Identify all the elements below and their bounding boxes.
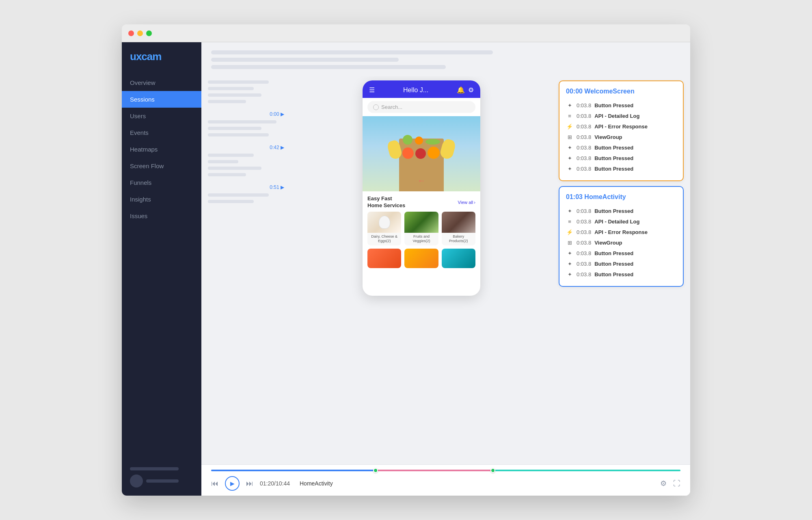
cursor-icon: ✦ bbox=[566, 260, 573, 267]
app-window: uxcam Overview Sessions Users Events Hea… bbox=[122, 24, 690, 496]
content-area: 0:00 ▶ 0:42 ▶ 0:51 ▶ bbox=[201, 42, 690, 496]
product-card-veggies[interactable]: Fruits and Veggies(2) bbox=[404, 212, 438, 245]
product-card-dairy[interactable]: Dairy, Cheese & Eggs(2) bbox=[367, 212, 401, 245]
sk-line bbox=[208, 167, 261, 170]
event-card-home: 01:03 HomeActivity ✦ 0:03.8 Button Press… bbox=[559, 186, 684, 287]
main-layout: uxcam Overview Sessions Users Events Hea… bbox=[122, 42, 690, 496]
event-time: 0:03.8 bbox=[577, 134, 591, 140]
event-label: Button Pressed bbox=[594, 102, 633, 108]
session-block-2 bbox=[208, 120, 284, 136]
product-card-extra-2[interactable] bbox=[404, 249, 438, 268]
event-label: Button Pressed bbox=[594, 250, 633, 256]
phone-header-icons: 🔔 ⚙ bbox=[457, 86, 474, 94]
sk-line bbox=[208, 87, 254, 90]
content-top bbox=[201, 42, 690, 76]
prev-button[interactable]: ⏮ bbox=[211, 479, 218, 488]
sidebar-item-overview[interactable]: Overview bbox=[122, 74, 201, 91]
cursor-icon: ✦ bbox=[566, 207, 573, 214]
maximize-button[interactable] bbox=[146, 30, 152, 36]
skeleton-2 bbox=[211, 58, 399, 62]
event-row: ✦ 0:03.8 Button Pressed bbox=[566, 206, 676, 216]
cursor-icon: ✦ bbox=[566, 249, 573, 257]
phone-search-bar[interactable]: Search... bbox=[367, 101, 475, 113]
right-panel: 00:00 WelcomeScreen ✦ 0:03.8 Button Pres… bbox=[552, 76, 690, 464]
time-marker-3: 0:51 ▶ bbox=[208, 184, 284, 190]
product-grid-1: Dairy, Cheese & Eggs(2) Fruits and Veggi… bbox=[363, 212, 480, 245]
phone-header: ☰ Hello J... 🔔 ⚙ bbox=[363, 80, 480, 98]
event-label: ViewGroup bbox=[594, 240, 622, 246]
sidebar-item-heatmaps[interactable]: Heatmaps bbox=[122, 141, 201, 158]
controls-row: ⏮ ▶ ⏭ 01:20/10:44 HomeActivity ⚙ ⛶ bbox=[211, 476, 680, 491]
sk-line bbox=[208, 120, 276, 124]
event-time: 0:03.8 bbox=[577, 271, 591, 277]
phone-screen-title: Hello J... bbox=[403, 87, 428, 94]
progress-dot-1 bbox=[373, 468, 378, 473]
welcome-screen-title: 00:00 WelcomeScreen bbox=[566, 88, 676, 95]
sidebar-item-events[interactable]: Events bbox=[122, 124, 201, 141]
ctrl-right: ⚙ ⛶ bbox=[660, 479, 680, 488]
session-block-1 bbox=[208, 80, 284, 103]
avatar bbox=[130, 474, 143, 488]
product-card-bakery[interactable]: Bakery Products(2) bbox=[442, 212, 475, 245]
progress-fill-pink bbox=[376, 470, 493, 471]
titlebar bbox=[122, 24, 690, 42]
sidebar-item-funnels[interactable]: Funnels bbox=[122, 174, 201, 191]
skeleton-3 bbox=[211, 65, 446, 69]
view-all-link[interactable]: View all › bbox=[458, 200, 475, 205]
fullscreen-button[interactable]: ⛶ bbox=[673, 479, 680, 488]
player-area: 0:00 ▶ 0:42 ▶ 0:51 ▶ bbox=[201, 76, 690, 464]
lightning-icon: ⚡ bbox=[566, 228, 573, 236]
event-row: ✦ 0:03.8 Button Pressed bbox=[566, 153, 676, 163]
sidebar-bottom bbox=[122, 459, 201, 496]
progress-fill-blue bbox=[211, 470, 376, 471]
event-card-welcome: 00:00 WelcomeScreen ✦ 0:03.8 Button Pres… bbox=[559, 80, 684, 181]
event-row: ✦ 0:03.8 Button Pressed bbox=[566, 269, 676, 280]
sidebar-item-sessions[interactable]: Sessions bbox=[122, 91, 201, 108]
next-button[interactable]: ⏭ bbox=[246, 479, 253, 488]
event-time: 0:03.8 bbox=[577, 250, 591, 256]
product-image-bakery bbox=[442, 212, 475, 233]
sidebar-item-users[interactable]: Users bbox=[122, 108, 201, 124]
sidebar-item-issues[interactable]: Issues bbox=[122, 208, 201, 224]
product-card-extra-3[interactable] bbox=[442, 249, 475, 268]
list-icon: ≡ bbox=[566, 112, 573, 119]
sk-line bbox=[208, 93, 261, 97]
event-label: API - Detailed Log bbox=[594, 113, 639, 119]
list-icon: ≡ bbox=[566, 218, 573, 225]
sk-line bbox=[208, 133, 269, 136]
progress-fill-teal bbox=[493, 470, 680, 471]
event-label: API - Detailed Log bbox=[594, 219, 639, 225]
grid-icon: ⊞ bbox=[566, 239, 573, 246]
product-image-dairy bbox=[367, 212, 401, 233]
search-placeholder: Search... bbox=[381, 104, 402, 110]
event-row: ✦ 0:03.8 Button Pressed bbox=[566, 163, 676, 174]
progress-bar-container[interactable] bbox=[211, 470, 680, 471]
event-time: 0:03.8 bbox=[577, 155, 591, 161]
event-row: ✦ 0:03.8 Button Pressed bbox=[566, 142, 676, 153]
event-label: ViewGroup bbox=[594, 134, 622, 140]
sidebar-item-screen-flow[interactable]: Screen Flow bbox=[122, 158, 201, 174]
settings-button[interactable]: ⚙ bbox=[660, 479, 667, 488]
close-button[interactable] bbox=[128, 30, 134, 36]
event-row: ⚡ 0:03.8 API - Error Response bbox=[566, 121, 676, 132]
user-name-bar bbox=[146, 479, 179, 483]
product-card-extra-1[interactable] bbox=[367, 249, 401, 268]
event-row: ✦ 0:03.8 Button Pressed bbox=[566, 100, 676, 110]
minimize-button[interactable] bbox=[137, 30, 143, 36]
sk-line bbox=[208, 200, 254, 203]
sk-line bbox=[208, 160, 238, 163]
event-time: 0:03.8 bbox=[577, 261, 591, 267]
logo: uxcam bbox=[122, 50, 201, 74]
play-button[interactable]: ▶ bbox=[225, 476, 240, 491]
event-label: Button Pressed bbox=[594, 271, 633, 277]
sk-line bbox=[208, 100, 246, 103]
lightning-icon: ⚡ bbox=[566, 123, 573, 130]
event-row: ✦ 0:03.8 Button Pressed bbox=[566, 258, 676, 269]
event-time: 0:03.8 bbox=[577, 124, 591, 130]
event-time: 0:03.8 bbox=[577, 145, 591, 151]
session-list: 0:00 ▶ 0:42 ▶ 0:51 ▶ bbox=[201, 76, 291, 464]
event-label: Button Pressed bbox=[594, 166, 633, 172]
sidebar: uxcam Overview Sessions Users Events Hea… bbox=[122, 42, 201, 496]
product-image-veggies bbox=[404, 212, 438, 233]
sidebar-item-insights[interactable]: Insights bbox=[122, 191, 201, 208]
